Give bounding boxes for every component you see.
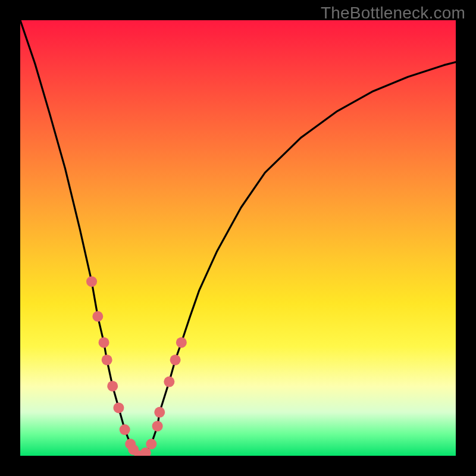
curve-markers: [86, 276, 187, 456]
curve-marker-dot: [107, 381, 118, 392]
curve-marker-dot: [86, 276, 97, 287]
curve-marker-dot: [113, 402, 124, 413]
bottleneck-curve-svg: [20, 20, 456, 456]
curve-marker-dot: [170, 355, 181, 365]
curve-marker-dot: [102, 355, 112, 365]
bottleneck-curve-path: [20, 20, 456, 456]
curve-marker-dot: [176, 337, 187, 348]
curve-marker-dot: [164, 377, 174, 387]
curve-marker-dot: [120, 424, 130, 435]
curve-marker-dot: [152, 421, 163, 431]
chart-plot-area: [20, 20, 456, 456]
curve-marker-dot: [154, 407, 165, 418]
curve-marker-dot: [99, 337, 109, 348]
curve-marker-dot: [92, 311, 103, 322]
curve-marker-dot: [146, 439, 156, 449]
